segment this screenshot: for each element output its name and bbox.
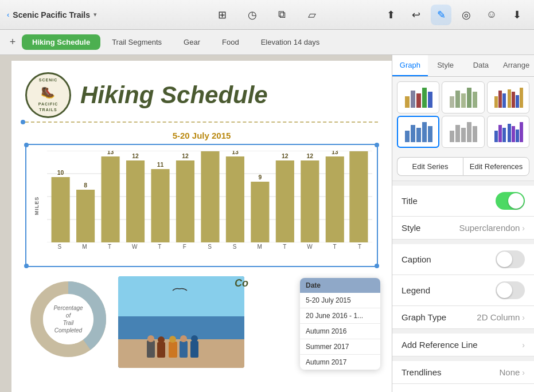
layers-icon-button[interactable]: ⧉	[272, 5, 293, 25]
trendlines-chevron-icon: ›	[522, 368, 525, 377]
panel-tab-data[interactable]: Data	[463, 55, 499, 76]
tab-gear[interactable]: Gear	[173, 34, 211, 50]
panel-tab-style[interactable]: Style	[428, 55, 463, 76]
pencil-icon-button[interactable]: ✎	[431, 5, 451, 25]
right-panel: Graph Style Data Arrange	[392, 55, 534, 392]
legend-toggle[interactable]	[496, 281, 525, 299]
chart-type-3[interactable]	[487, 81, 529, 113]
x-label-t4: T	[322, 244, 348, 250]
edit-series-button[interactable]: Edit Series	[397, 157, 463, 176]
svg-rect-81	[502, 128, 506, 142]
section-gap-3	[392, 329, 534, 334]
chart-type-1[interactable]	[397, 81, 439, 113]
svg-rect-78	[473, 126, 477, 142]
logo: SCENIC 🥾 PACIFIC TRAILS	[25, 72, 71, 118]
back-button[interactable]: ‹	[7, 10, 9, 19]
add-tab-button[interactable]: +	[5, 34, 21, 50]
panel-row-caption: Caption	[392, 244, 534, 275]
separator-line	[25, 121, 378, 123]
panel-tab-graph[interactable]: Graph	[392, 55, 428, 76]
svg-point-51	[191, 335, 198, 342]
download-icon-button[interactable]: ⬇	[506, 5, 527, 25]
chart-type-4[interactable]	[397, 116, 439, 148]
svg-rect-67	[516, 95, 519, 108]
panel-row-legend: Legend	[392, 275, 534, 306]
chart-type-2[interactable]	[442, 81, 484, 113]
svg-rect-29	[349, 151, 368, 242]
svg-rect-62	[494, 96, 498, 108]
dropdown-item-3[interactable]: Autumn 2016	[300, 324, 380, 339]
svg-rect-84	[516, 130, 519, 142]
panel-row-title: Title	[392, 186, 534, 217]
back-icon: ‹	[7, 10, 9, 19]
chart-subtitle: 5-20 July 2015	[25, 131, 378, 140]
table-icon-button[interactable]: ⊞	[212, 5, 233, 25]
sheet-header: SCENIC 🥾 PACIFIC TRAILS Hiking Schedule	[11, 61, 392, 118]
x-label-t1: T	[97, 244, 122, 250]
edit-references-button[interactable]: Edit References	[463, 157, 529, 176]
toolbar-left: ‹ Scenic Pacific Trails ▾	[7, 10, 208, 19]
tab-elevation[interactable]: Elevation 14 days	[251, 34, 330, 50]
tab-hiking-schedule[interactable]: Hiking Schedule	[22, 34, 100, 50]
dropdown-item-1[interactable]: 5-20 July 2015	[300, 293, 380, 308]
title-toggle[interactable]	[496, 192, 525, 210]
content-area: SCENIC 🥾 PACIFIC TRAILS Hiking Schedule …	[0, 55, 392, 392]
svg-rect-42	[147, 340, 155, 358]
svg-point-50	[180, 335, 187, 342]
svg-rect-85	[520, 122, 523, 142]
panel-row-add-reference[interactable]: Add Reference Line ›	[392, 334, 534, 356]
svg-rect-80	[498, 125, 502, 142]
chart-container[interactable]: 5-20 July 2015 MILES	[11, 126, 392, 272]
chart-type-6[interactable]	[487, 116, 529, 148]
chart-type-5[interactable]	[442, 116, 484, 148]
sheet: SCENIC 🥾 PACIFIC TRAILS Hiking Schedule …	[11, 61, 392, 392]
dropdown-item-5[interactable]: Autumn 2017	[300, 355, 380, 370]
svg-rect-46	[190, 341, 198, 358]
undo-icon-button[interactable]: ↩	[406, 5, 426, 25]
toggle-knob	[508, 193, 524, 209]
date-dropdown[interactable]: Date 5-20 July 2015 20 June 2016 - 1... …	[300, 278, 380, 370]
graph-type-label: Graph Type	[402, 312, 477, 322]
svg-rect-21	[251, 182, 269, 242]
panel-row-style[interactable]: Style Superclarendon ›	[392, 217, 534, 240]
svg-text:12: 12	[182, 152, 189, 159]
section-gap-2	[392, 240, 534, 244]
x-label-m2: M	[247, 244, 272, 250]
graph-type-chevron-icon: ›	[522, 313, 525, 322]
add-reference-label: Add Reference Line	[402, 340, 522, 350]
svg-text:10: 10	[57, 169, 64, 176]
tabs-bar: + Hiking Schedule Trail Segments Gear Fo…	[0, 30, 534, 55]
edit-buttons-row: Edit Series Edit References	[392, 152, 534, 181]
caption-toggle[interactable]	[496, 250, 525, 268]
tab-trail-segments[interactable]: Trail Segments	[102, 34, 172, 50]
corner-dot-tl	[24, 143, 29, 147]
svg-text:8: 8	[84, 182, 87, 189]
share-icon-button[interactable]: ⬆	[380, 5, 401, 25]
style-chevron-icon: ›	[522, 224, 525, 233]
tab-food[interactable]: Food	[212, 34, 250, 50]
svg-rect-73	[428, 126, 432, 142]
svg-text:12: 12	[307, 152, 314, 159]
chart-inner: 10 8 13 12 11 12 14	[47, 151, 372, 242]
svg-rect-68	[520, 88, 523, 108]
panel-tab-arrange[interactable]: Arrange	[498, 55, 534, 76]
svg-rect-72	[422, 122, 427, 142]
chart-icon-button[interactable]: ◷	[242, 5, 263, 25]
panel-row-graph-type[interactable]: Graph Type 2D Column ›	[392, 306, 534, 329]
emoji-icon-button[interactable]: ☺	[481, 5, 502, 25]
svg-rect-59	[461, 93, 466, 108]
dropdown-item-2[interactable]: 20 June 2016 - 1...	[300, 308, 380, 324]
title-label: Title	[402, 196, 496, 206]
main-area: SCENIC 🥾 PACIFIC TRAILS Hiking Schedule …	[0, 55, 534, 392]
svg-rect-9	[102, 156, 120, 242]
dropdown-item-4[interactable]: Summer 2017	[300, 339, 380, 355]
svg-rect-66	[512, 92, 515, 108]
style-value: Superclarendon	[459, 223, 520, 233]
search-icon-button[interactable]: ◎	[456, 5, 477, 25]
doc-chevron-icon[interactable]: ▾	[93, 11, 97, 18]
panel-row-trendlines[interactable]: Trendlines None ›	[392, 361, 534, 384]
panel-row-error-bars[interactable]: Error Bars None ›	[392, 384, 534, 392]
svg-rect-7	[76, 190, 95, 242]
media-icon-button[interactable]: ▱	[302, 5, 322, 25]
svg-rect-61	[473, 92, 477, 108]
